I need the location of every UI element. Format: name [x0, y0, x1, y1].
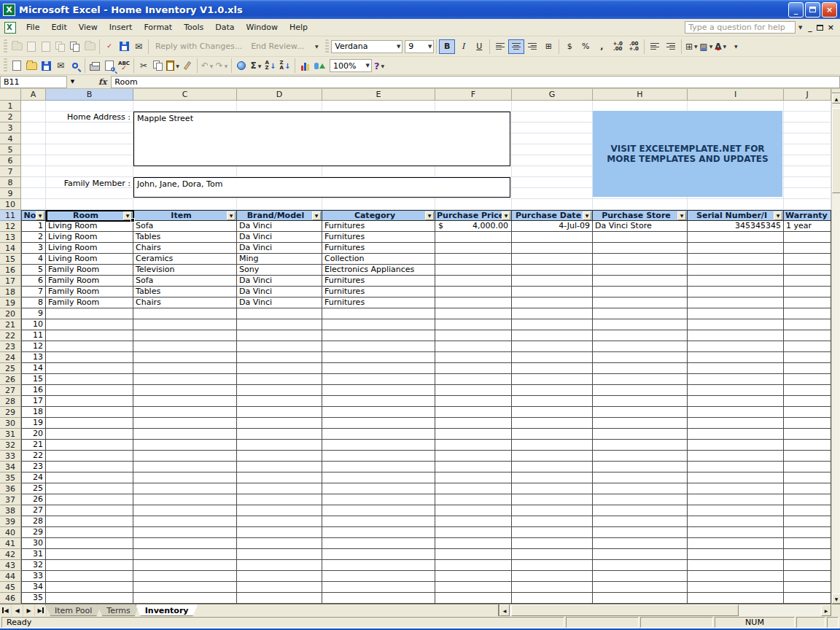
cell-I20[interactable] [688, 308, 784, 319]
cell-C7[interactable] [133, 166, 237, 177]
row-header-3[interactable]: 3 [0, 122, 21, 133]
cell-B23[interactable] [46, 341, 133, 352]
row-header-11[interactable]: 11 [0, 210, 21, 221]
cell-J16[interactable] [784, 265, 831, 276]
cell-B16[interactable]: Family Room [46, 265, 133, 276]
cell-B37[interactable] [46, 494, 133, 505]
cell-C45[interactable] [133, 582, 237, 593]
cell-F26[interactable] [435, 374, 512, 385]
cell-E45[interactable] [322, 582, 435, 593]
cell-F13[interactable] [435, 232, 512, 243]
cell-G15[interactable] [512, 254, 593, 265]
cell-A27[interactable]: 16 [21, 385, 46, 396]
cell-I21[interactable] [688, 319, 784, 330]
cell-H22[interactable] [593, 330, 688, 341]
cell-B34[interactable] [46, 462, 133, 472]
cell-H18[interactable] [593, 287, 688, 298]
toolbar-options-icon[interactable]: ▼ [308, 39, 323, 54]
cell-F41[interactable] [435, 538, 512, 549]
cell-B19[interactable]: Family Room [46, 298, 133, 308]
cell-G23[interactable] [512, 341, 593, 352]
font-color-button[interactable]: A▼ [713, 39, 728, 54]
cell-J24[interactable] [784, 352, 831, 363]
cell-H15[interactable] [593, 254, 688, 265]
cell-D18[interactable]: Da Vinci [237, 287, 322, 298]
tab-inventory[interactable]: Inventory [136, 604, 198, 616]
first-sheet-button[interactable]: ◀ [0, 604, 12, 616]
cell-D12[interactable]: Da Vinci [237, 221, 322, 232]
next-comment-icon[interactable] [39, 39, 53, 54]
cell-E13[interactable]: Furnitures [322, 232, 435, 243]
cell-J23[interactable] [784, 341, 831, 352]
cell-C27[interactable] [133, 385, 237, 396]
cell-I12[interactable]: 345345345 [688, 221, 784, 232]
cell-H1[interactable] [593, 101, 688, 112]
cell-B17[interactable]: Family Room [46, 276, 133, 287]
undo-icon[interactable]: ↶▼ [200, 58, 214, 73]
cell-E40[interactable] [322, 527, 435, 538]
cell-D36[interactable] [237, 483, 322, 494]
redo-icon[interactable]: ↷▼ [214, 58, 229, 73]
cell-B18[interactable]: Family Room [46, 287, 133, 298]
cell-A25[interactable]: 14 [21, 363, 46, 374]
row-header-42[interactable]: 42 [0, 549, 21, 560]
cell-A34[interactable]: 23 [21, 462, 46, 472]
cell-F38[interactable] [435, 505, 512, 516]
cell-A24[interactable]: 13 [21, 352, 46, 363]
cell-D34[interactable] [237, 462, 322, 472]
search-icon[interactable] [68, 58, 82, 73]
decrease-decimal-button[interactable]: .00+.0 [626, 39, 642, 54]
row-header-22[interactable]: 22 [0, 330, 21, 341]
cell-C41[interactable] [133, 538, 237, 549]
cell-G18[interactable] [512, 287, 593, 298]
cut-icon[interactable]: ✂ [136, 58, 151, 73]
cell-J35[interactable] [784, 472, 831, 483]
cell-A16[interactable]: 5 [21, 265, 46, 276]
row-header-10[interactable]: 10 [0, 199, 21, 210]
cell-C16[interactable]: Television [133, 265, 237, 276]
cell-A28[interactable]: 17 [21, 396, 46, 407]
cell-F44[interactable] [435, 571, 512, 582]
cell-E36[interactable] [322, 483, 435, 494]
cell-J20[interactable] [784, 308, 831, 319]
cell-C28[interactable] [133, 396, 237, 407]
cell-B24[interactable] [46, 352, 133, 363]
filter-dropdown-no[interactable]: ▼ [36, 211, 44, 220]
cell-B22[interactable] [46, 330, 133, 341]
menu-format[interactable]: Format [138, 20, 178, 34]
row-header-30[interactable]: 30 [0, 418, 21, 429]
cell-G2[interactable] [512, 112, 593, 122]
cell-C23[interactable] [133, 341, 237, 352]
cell-A10[interactable] [21, 199, 46, 210]
cell-E17[interactable]: Furnitures [322, 276, 435, 287]
cell-C43[interactable] [133, 560, 237, 571]
font-size-combo[interactable]: 9▼ [405, 40, 434, 53]
cell-C24[interactable] [133, 352, 237, 363]
cell-E18[interactable]: Furnitures [322, 287, 435, 298]
cell-I10[interactable] [688, 199, 784, 210]
align-left-button[interactable] [492, 39, 508, 54]
cell-C14[interactable]: Chairs [133, 243, 237, 254]
cell-C46[interactable] [133, 593, 237, 604]
cell-F23[interactable] [435, 341, 512, 352]
cell-G31[interactable] [512, 429, 593, 440]
cell-E1[interactable] [322, 101, 435, 112]
cell-I1[interactable] [688, 101, 784, 112]
cell-G14[interactable] [512, 243, 593, 254]
cell-C26[interactable] [133, 374, 237, 385]
cell-I38[interactable] [688, 505, 784, 516]
cell-A19[interactable]: 8 [21, 298, 46, 308]
doc-close-button[interactable]: × [828, 23, 834, 32]
column-header-H[interactable]: H [593, 89, 688, 101]
cell-B41[interactable] [46, 538, 133, 549]
cell-I26[interactable] [688, 374, 784, 385]
row-header-41[interactable]: 41 [0, 538, 21, 549]
cell-E35[interactable] [322, 472, 435, 483]
menu-window[interactable]: Window [241, 20, 284, 34]
cell-B9[interactable] [46, 188, 133, 199]
cell-H20[interactable] [593, 308, 688, 319]
doc-minimize-button[interactable]: _ [808, 23, 812, 32]
cell-I29[interactable] [688, 407, 784, 418]
cell-J9[interactable] [784, 188, 831, 199]
cell-I35[interactable] [688, 472, 784, 483]
